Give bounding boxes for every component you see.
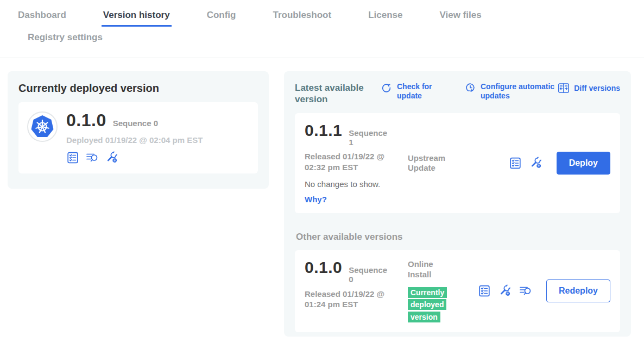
link-label: Check for update (397, 82, 439, 101)
deployed-version-card: 0.1.0 Sequence 0 Deployed 01/19/22 @ 02:… (18, 102, 258, 173)
version-source: Upstream Update (408, 122, 474, 205)
configure-automatic-updates-link[interactable]: Configure automatic updates (464, 82, 558, 101)
version-number: 0.1.0 (66, 111, 106, 130)
version-info: 0.1.1 Sequence 1 Released 01/19/22 @ 02:… (305, 122, 408, 205)
preflight-checklist-icon[interactable] (478, 284, 491, 297)
schedule-update-icon (464, 82, 476, 94)
currently-deployed-panel: Currently deployed version 0.1.0 Sequenc… (8, 71, 269, 189)
panel-header: Latest available version Check for updat… (295, 82, 620, 105)
deployed-version-details: 0.1.0 Sequence 0 Deployed 01/19/22 @ 02:… (66, 111, 203, 164)
kubernetes-logo-icon (27, 111, 58, 142)
version-source: Online Install Currently deployed versio… (408, 259, 474, 324)
refresh-icon (381, 82, 393, 94)
tab-troubleshoot[interactable]: Troubleshoot (271, 9, 333, 27)
version-action-icons (478, 284, 532, 297)
version-row: 0.1.1 Sequence 1 (305, 122, 408, 147)
panel-title: Currently deployed version (18, 82, 258, 95)
tab-license[interactable]: License (367, 9, 404, 27)
tab-registry-settings[interactable]: Registry settings (26, 31, 104, 49)
diff-versions-link[interactable]: Diff versions (558, 82, 620, 94)
tab-dashboard[interactable]: Dashboard (16, 9, 68, 27)
available-versions-panel: Latest available version Check for updat… (284, 71, 631, 337)
check-for-update-link[interactable]: Check for update (381, 82, 439, 101)
sequence-label: Sequence 0 (349, 265, 392, 284)
latest-version-card: 0.1.1 Sequence 1 Released 01/19/22 @ 02:… (295, 113, 620, 214)
currently-deployed-badge: Currently deployed version (408, 287, 447, 322)
source-label: Online Install (408, 259, 457, 280)
secondary-nav: Registry settings (16, 31, 644, 58)
other-versions-title: Other available versions (296, 232, 620, 243)
version-info: 0.1.0 Sequence 0 Released 01/19/22 @ 01:… (305, 259, 408, 324)
deploy-button[interactable]: Deploy (557, 152, 610, 175)
link-label: Diff versions (574, 84, 620, 93)
version-row: 0.1.0 Sequence 0 (66, 111, 203, 130)
preflight-checklist-icon[interactable] (66, 151, 79, 164)
diff-icon (558, 82, 570, 94)
app-header: Dashboard Version history Config Trouble… (0, 0, 644, 58)
version-number: 0.1.1 (305, 122, 342, 139)
version-action-icons (509, 157, 542, 170)
deployed-timestamp: Deployed 01/19/22 @ 02:04 pm EST (66, 135, 203, 145)
why-link[interactable]: Why? (305, 195, 327, 204)
deploy-logs-icon[interactable] (519, 284, 532, 297)
sequence-label: Sequence 0 (113, 119, 158, 128)
changes-text: No changes to show. (305, 179, 408, 189)
source-label: Upstream Update (408, 153, 457, 174)
edit-config-icon[interactable] (498, 284, 512, 297)
deploy-logs-icon[interactable] (86, 151, 99, 164)
link-label: Configure automatic updates (481, 82, 558, 101)
version-row: 0.1.0 Sequence 0 (305, 259, 408, 284)
preflight-checklist-icon[interactable] (509, 157, 522, 170)
status-badge-wrap: Currently deployed version (408, 287, 452, 324)
primary-nav: Dashboard Version history Config Trouble… (16, 9, 644, 27)
released-timestamp: Released 01/19/22 @ 01:24 pm EST (305, 289, 398, 310)
tab-version-history[interactable]: Version history (102, 9, 172, 27)
version-number: 0.1.0 (305, 259, 342, 276)
panel-title: Latest available version (295, 82, 377, 105)
released-timestamp: Released 01/19/22 @ 02:32 pm EST (305, 151, 398, 172)
other-version-card: 0.1.0 Sequence 0 Released 01/19/22 @ 01:… (295, 250, 620, 332)
redeploy-button[interactable]: Redeploy (546, 279, 610, 302)
edit-config-icon[interactable] (529, 157, 542, 170)
version-action-icons (66, 151, 203, 164)
edit-config-icon[interactable] (105, 151, 118, 164)
tab-config[interactable]: Config (205, 9, 238, 27)
version-history-page: Currently deployed version 0.1.0 Sequenc… (0, 58, 644, 337)
tab-view-files[interactable]: View files (438, 9, 483, 27)
sequence-label: Sequence 1 (349, 128, 392, 147)
